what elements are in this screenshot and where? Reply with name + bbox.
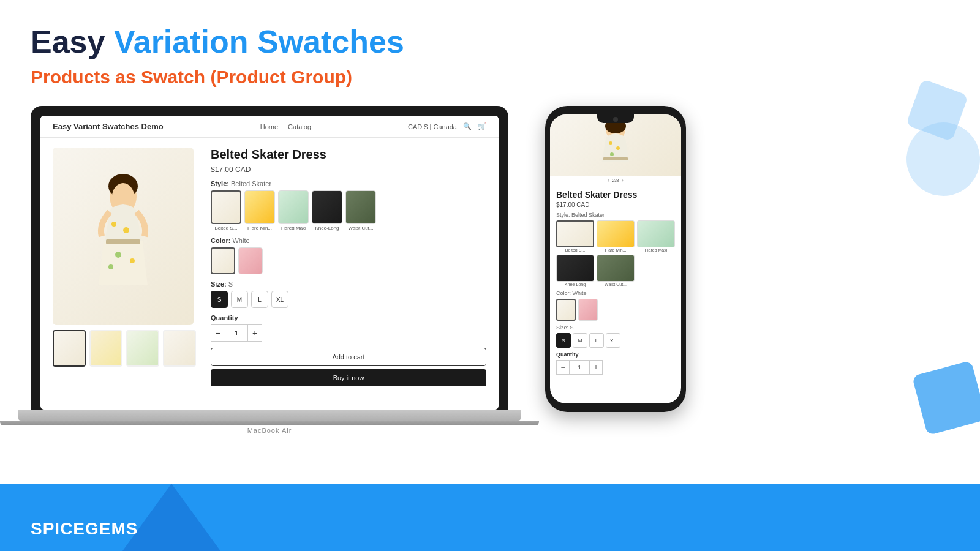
- store-brand: Easy Variant Swatches Demo: [53, 122, 164, 131]
- phone-style-label: Style: Belted Skater: [556, 212, 675, 218]
- thumbnail-4[interactable]: [163, 330, 196, 367]
- phone-qty-plus[interactable]: +: [589, 360, 603, 375]
- phone-product-image: [550, 114, 681, 176]
- phone-color-row: [556, 299, 675, 321]
- size-row: S M L XL: [211, 291, 486, 308]
- phone-swatch-img-flared[interactable]: [637, 220, 675, 247]
- laptop-screen: Easy Variant Swatches Demo Home Catalog …: [40, 116, 499, 410]
- color-value: White: [232, 237, 249, 244]
- bottom-bar-deco: [123, 484, 221, 551]
- phone-size-xl[interactable]: XL: [606, 333, 620, 348]
- header: Easy Variation Swatches Products as Swat…: [0, 0, 980, 100]
- phone-quantity-label: Quantity: [556, 351, 675, 358]
- cart-icon[interactable]: 🛒: [478, 122, 486, 130]
- style-swatch-row[interactable]: Belted S... Flare Min... Flared Maxi: [211, 190, 486, 231]
- phone-swatch-label-waist: Waist Cut...: [597, 282, 635, 287]
- thumbnail-1[interactable]: [53, 330, 86, 367]
- search-icon[interactable]: 🔍: [463, 122, 472, 130]
- phone-swatch-belted[interactable]: Belted S...: [556, 220, 594, 252]
- swatch-waist[interactable]: Waist Cut...: [345, 190, 376, 231]
- laptop-outer: Easy Variant Swatches Demo Home Catalog …: [31, 106, 508, 410]
- nav-home[interactable]: Home: [260, 123, 278, 130]
- phone-size-m[interactable]: M: [573, 333, 587, 348]
- phone-swatch-flare[interactable]: Flare Min...: [597, 220, 635, 252]
- dress-svg: [80, 163, 166, 310]
- swatch-img-flared[interactable]: [278, 190, 309, 224]
- phone-outer: ‹ 2/8 › Belted Skater Dress $17.00 CAD S…: [545, 106, 686, 412]
- product-main-image: [53, 148, 194, 325]
- phone-mockup: ‹ 2/8 › Belted Skater Dress $17.00 CAD S…: [545, 106, 686, 412]
- phone-swatch-waist[interactable]: Waist Cut...: [597, 255, 635, 287]
- phone-size-l[interactable]: L: [589, 333, 604, 348]
- phone-carousel-nav: ‹ 2/8 ›: [550, 176, 681, 185]
- svg-point-11: [609, 141, 612, 145]
- carousel-next[interactable]: ›: [622, 177, 624, 184]
- svg-point-12: [616, 146, 620, 150]
- qty-minus[interactable]: −: [211, 324, 225, 342]
- style-value: Belted Skater: [231, 180, 271, 187]
- swatch-flared[interactable]: Flared Maxi: [278, 190, 309, 231]
- phone-swatch-img-waist[interactable]: [597, 255, 635, 282]
- size-xl[interactable]: XL: [271, 291, 288, 308]
- phone-content: Belted Skater Dress $17.00 CAD Style: Be…: [550, 185, 681, 388]
- swatch-img-flare[interactable]: [244, 190, 275, 224]
- phone-style-value: Belted Skater: [571, 212, 605, 218]
- svg-rect-14: [603, 157, 628, 160]
- size-m[interactable]: M: [231, 291, 248, 308]
- currency-selector[interactable]: CAD $ | Canada: [408, 123, 457, 130]
- add-to-cart-button[interactable]: Add to cart: [211, 348, 486, 366]
- phone-color-pink[interactable]: [578, 299, 598, 321]
- subtitle: Products as Swatch (Product Group): [31, 67, 949, 88]
- product-title: Belted Skater Dress: [211, 148, 486, 162]
- svg-point-4: [123, 227, 129, 233]
- size-s[interactable]: S: [211, 291, 228, 308]
- laptop-base: [18, 410, 521, 421]
- quantity-label-row: Quantity: [211, 314, 486, 321]
- svg-point-3: [111, 222, 116, 227]
- color-label: Color:: [211, 237, 230, 244]
- color-pink[interactable]: [238, 247, 263, 274]
- phone-swatch-flared[interactable]: Flared Maxi: [637, 220, 675, 252]
- thumbnail-2[interactable]: [89, 330, 123, 367]
- svg-point-5: [115, 252, 121, 258]
- nav-catalog[interactable]: Catalog: [288, 123, 311, 130]
- style-label-row: Style: Belted Skater: [211, 180, 486, 187]
- phone-swatch-img-knee[interactable]: [556, 255, 594, 282]
- carousel-prev[interactable]: ‹: [608, 177, 609, 184]
- store-nav-right: CAD $ | Canada 🔍 🛒: [408, 122, 486, 130]
- title-blue: Variation Swatches: [114, 24, 404, 59]
- size-l[interactable]: L: [251, 291, 268, 308]
- phone-color-value: White: [573, 290, 587, 296]
- size-label-row: Size: S: [211, 280, 486, 288]
- phone-swatch-knee[interactable]: Knee-Long: [556, 255, 594, 287]
- phone-swatch-label-flare: Flare Min...: [597, 248, 635, 252]
- svg-point-13: [610, 152, 614, 156]
- phone-price: $17.00 CAD: [556, 201, 675, 208]
- swatch-img-knee[interactable]: [312, 190, 342, 224]
- buy-now-button[interactable]: Buy it now: [211, 369, 486, 386]
- phone-size-s[interactable]: S: [556, 333, 571, 348]
- swatch-img-waist[interactable]: [345, 190, 376, 224]
- swatch-label-knee: Knee-Long: [312, 225, 342, 231]
- swatch-img-belted[interactable]: [211, 190, 241, 224]
- swatch-knee[interactable]: Knee-Long: [312, 190, 342, 231]
- phone-swatch-label-flared: Flared Maxi: [637, 248, 675, 252]
- phone-color-white[interactable]: [556, 299, 576, 321]
- phone-swatch-label-knee: Knee-Long: [556, 282, 594, 287]
- phone-size-label: Size: S: [556, 324, 675, 331]
- swatch-belted[interactable]: Belted S...: [211, 190, 241, 231]
- phone-swatch-img-flare[interactable]: [597, 220, 635, 247]
- swatch-label-belted: Belted S...: [211, 225, 241, 231]
- color-white[interactable]: [211, 247, 235, 274]
- product-price: $17.00 CAD: [211, 165, 486, 174]
- thumbnail-3[interactable]: [126, 330, 159, 367]
- phone-swatch-img-belted[interactable]: [556, 220, 594, 247]
- color-label-row: Color: White: [211, 237, 486, 244]
- phone-qty-value: 1: [570, 360, 589, 375]
- qty-plus[interactable]: +: [247, 324, 262, 342]
- swatch-flare[interactable]: Flare Min...: [244, 190, 275, 231]
- phone-qty-minus[interactable]: −: [556, 360, 570, 375]
- svg-rect-8: [106, 239, 140, 244]
- svg-point-6: [130, 258, 135, 263]
- phone-swatch-grid: Belted S... Flare Min... Flared Maxi: [556, 220, 675, 287]
